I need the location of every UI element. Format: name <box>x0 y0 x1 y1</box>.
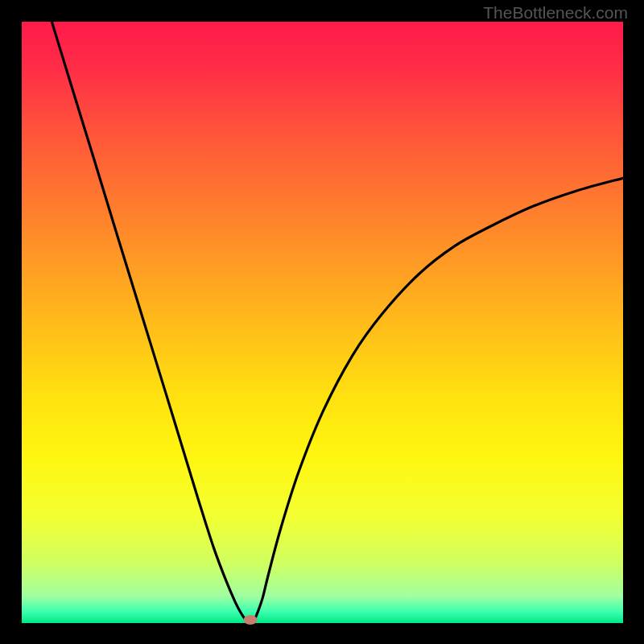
chart-plot-area <box>22 22 623 623</box>
chart-curve <box>22 22 623 623</box>
chart-marker-dot <box>243 615 257 625</box>
watermark-text: TheBottleneck.com <box>483 3 628 23</box>
